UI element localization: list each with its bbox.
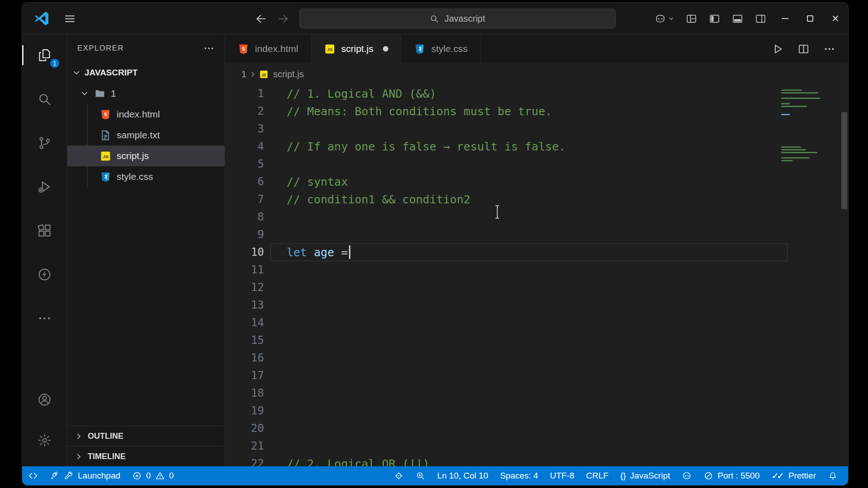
code-line-21[interactable]: 21 [225, 437, 788, 455]
line-number: 12 [225, 279, 270, 296]
editor-scrollbar[interactable] [840, 85, 848, 466]
search-icon [429, 14, 439, 23]
crosshair-icon [394, 471, 404, 481]
formatter-label: Prettier [788, 471, 816, 481]
copilot-menu-button[interactable] [649, 3, 680, 34]
line-number: 6 [225, 173, 270, 191]
code-line-3[interactable]: 3 [225, 120, 788, 138]
indent-guide [87, 104, 88, 187]
workspace-root[interactable]: JAVASCRIPT [67, 62, 225, 83]
file-item-style-css[interactable]: style.css [67, 166, 225, 187]
encoding-button[interactable]: UTF-8 [544, 466, 580, 485]
code-line-13[interactable]: 13 [225, 296, 788, 314]
prettier-button[interactable]: ✓✓ Prettier [765, 466, 822, 485]
toggle-sidebar-button[interactable] [703, 3, 726, 34]
back-icon[interactable] [255, 13, 267, 25]
code-line-17[interactable]: 17 [225, 367, 788, 385]
code-line-7[interactable]: 7// condition1 && condition2 [225, 191, 788, 208]
launchpad-button[interactable]: Launchpad [44, 466, 126, 485]
minimap-line [781, 160, 793, 161]
file-item-index-html[interactable]: index.html [67, 104, 225, 125]
activity-more[interactable] [22, 304, 67, 333]
activity-run-debug[interactable] [22, 172, 67, 201]
outline-section[interactable]: OUTLINE [67, 426, 225, 446]
toggle-secondary-sidebar-button[interactable] [749, 3, 772, 34]
forward-icon[interactable] [277, 13, 289, 25]
customize-layout-button[interactable] [680, 3, 703, 34]
unsaved-dot [383, 46, 388, 52]
more-actions-icon[interactable] [823, 43, 835, 55]
activity-source-control[interactable] [22, 128, 67, 157]
maximize-button[interactable] [797, 3, 823, 34]
copilot-status-button[interactable] [676, 466, 698, 485]
activity-extensions[interactable] [22, 216, 67, 245]
problems-button[interactable]: 0 0 [126, 466, 179, 485]
line-number: 9 [225, 226, 270, 244]
remote-indicator[interactable] [22, 466, 44, 485]
file-item-sample-txt[interactable]: sample.txt [67, 125, 225, 145]
indentation-button[interactable]: Spaces: 4 [494, 466, 544, 485]
code-line-4[interactable]: 4// If any one is false → result is fals… [225, 138, 788, 155]
tab-index-html[interactable]: index.html [225, 34, 311, 63]
activity-settings[interactable] [22, 426, 67, 455]
eol-button[interactable]: CRLF [580, 466, 614, 485]
code-line-9[interactable]: 9 [225, 226, 788, 244]
notifications-button[interactable] [822, 466, 844, 485]
minimap-line [781, 130, 840, 131]
code-line-16[interactable]: 16 [225, 349, 788, 367]
html-file-icon [238, 43, 249, 55]
code-line-6[interactable]: 6// syntax [225, 173, 788, 191]
toggle-panel-button[interactable] [726, 3, 749, 34]
code-line-1[interactable]: 1// 1. Logical AND (&&) [225, 85, 788, 103]
code-line-12[interactable]: 12 [225, 279, 788, 296]
extensions-icon [37, 223, 52, 238]
code-line-5[interactable]: 5 [225, 155, 788, 173]
breadcrumb-file[interactable]: script.js [273, 69, 304, 80]
tab-script-js[interactable]: script.js [311, 34, 401, 63]
line-number: 11 [225, 261, 270, 279]
html-file-icon [100, 109, 111, 120]
code-line-8[interactable]: 8 [225, 208, 788, 226]
screencast-button[interactable] [388, 466, 410, 485]
run-icon[interactable] [772, 43, 784, 55]
minimize-button[interactable] [772, 3, 797, 34]
breadcrumb-folder[interactable]: 1 [241, 69, 246, 80]
explorer-sidebar: EXPLORER JAVASCRIPT 1 index.html [67, 34, 225, 466]
port-button[interactable]: Port : 5500 [698, 466, 765, 485]
explorer-badge: 1 [49, 58, 60, 69]
activity-explorer[interactable]: 1 [22, 41, 67, 70]
code-line-22[interactable]: 22// 2. Logical OR (||) [225, 455, 788, 466]
explorer-more-icon[interactable] [203, 42, 215, 54]
code-line-18[interactable]: 18 [225, 385, 788, 402]
activity-account[interactable] [22, 385, 67, 414]
file-name: sample.txt [117, 130, 160, 141]
activity-thunder-client[interactable] [22, 260, 67, 289]
activity-bar: 1 [22, 34, 67, 466]
scrollbar-thumb[interactable] [841, 112, 847, 209]
minimap-line [781, 98, 820, 99]
code-line-15[interactable]: 15 [225, 332, 788, 349]
line-number: 22 [225, 455, 270, 466]
code-line-19[interactable]: 19 [225, 402, 788, 420]
timeline-section[interactable]: TIMELINE [67, 446, 225, 466]
split-editor-icon[interactable] [797, 43, 810, 55]
cursor-position[interactable]: Ln 10, Col 10 [431, 466, 494, 485]
zoom-button[interactable] [410, 466, 431, 485]
minimap[interactable] [777, 85, 840, 466]
minimap-line [781, 144, 840, 145]
folder-item[interactable]: 1 [67, 83, 225, 104]
tab-style-css[interactable]: style.css [401, 34, 481, 63]
command-center-search[interactable]: Javascript [299, 9, 616, 28]
menu-icon[interactable] [64, 13, 76, 25]
code-line-20[interactable]: 20 [225, 420, 788, 437]
code-line-11[interactable]: 11 [225, 261, 788, 279]
code-line-14[interactable]: 14 [225, 314, 788, 332]
editor[interactable]: 1// 1. Logical AND (&&)2// Means: Both c… [225, 85, 848, 466]
file-item-script-js[interactable]: script.js [67, 145, 225, 166]
close-button[interactable]: × [823, 3, 848, 34]
code-line-10[interactable]: 10let age = [225, 244, 788, 261]
language-mode-button[interactable]: {} JavaScript [614, 466, 676, 485]
minimap-line [781, 141, 840, 142]
activity-search[interactable] [22, 84, 67, 113]
code-line-2[interactable]: 2// Means: Both conditions must be true. [225, 103, 788, 120]
